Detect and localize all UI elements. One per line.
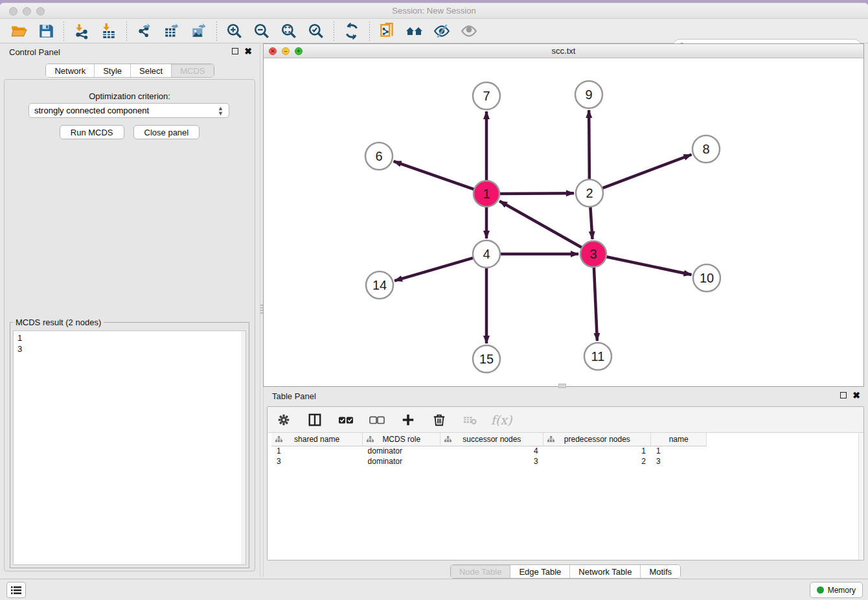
close-panel-button[interactable]: Close panel [133,125,200,139]
task-history-button[interactable] [6,582,26,598]
table-cell[interactable]: 4 [440,446,543,456]
import-network-icon[interactable] [72,21,91,41]
toolbar-separator [369,21,370,41]
table-cell[interactable]: 3 [440,456,543,467]
table-cell[interactable]: 2 [543,456,651,467]
node-label-1: 1 [483,187,490,201]
mcds-result-groupbox: MCDS result (2 nodes) 13 [10,322,249,568]
optimization-criterion-dropdown[interactable]: strongly connected component ▲▼ [29,103,229,118]
refresh-layout-icon[interactable] [342,21,361,41]
result-scrollbar[interactable] [241,331,246,564]
edge-3-11[interactable] [594,266,597,341]
float-panel-icon[interactable] [232,48,238,54]
mcds-result-textarea[interactable]: 13 [13,330,246,565]
column-header-predecessor-nodes[interactable]: predecessor nodes [543,433,651,446]
toolbar-separator [334,21,334,41]
run-mcds-button[interactable]: Run MCDS [60,125,124,139]
table-cell[interactable]: dominator [363,456,440,467]
table-panel-tabs: Node TableEdge TableNetwork TableMotifs [450,564,681,579]
columns-icon[interactable] [306,411,323,428]
delete-table-icon [462,411,479,428]
zoom-selected-icon[interactable] [306,21,326,41]
tab-mcds[interactable]: MCDS [172,64,213,77]
show-all-icon[interactable] [459,21,479,41]
column-header-shared-name[interactable]: shared name [271,433,363,446]
table-row[interactable]: 3dominator323 [271,456,707,467]
tab-network-table[interactable]: Network Table [570,565,641,578]
list-icon [11,586,21,595]
toolbar-separator [216,21,217,41]
column-header-MCDS-role[interactable]: MCDS role [363,433,440,446]
float-panel-icon[interactable] [840,392,847,398]
deselect-all-columns-icon[interactable] [369,411,385,428]
function-builder-icon: f(x) [493,411,510,428]
zoom-in-icon[interactable] [225,21,244,41]
open-session-icon[interactable] [9,21,29,41]
hierarchy-icon [547,436,554,443]
edge-4-14[interactable] [394,258,474,281]
network-window-title: scc.txt [264,46,863,56]
duplicate-network-icon[interactable] [378,21,397,41]
table-toolbar: f(x) [268,407,863,433]
table-cell[interactable]: dominator [363,446,440,456]
optimization-criterion-label: Optimization criterion: [5,91,255,101]
select-all-columns-icon[interactable] [337,411,354,428]
node-label-7: 7 [483,89,490,103]
hierarchy-icon [444,436,451,443]
column-header-successor-nodes[interactable]: successor nodes [440,433,543,446]
tab-style[interactable]: Style [95,64,131,77]
table-cell[interactable]: 1 [271,446,363,456]
node-label-15: 15 [479,352,494,366]
table-cell[interactable]: 1 [543,446,651,456]
network-view-window: ✕ – + scc.txt 1234678910111415 [263,43,864,387]
first-neighbors-icon[interactable] [405,21,424,41]
table-header-row: shared nameMCDS rolesuccessor nodesprede… [271,433,707,446]
table-panel: Table Panel ✖ [263,388,868,579]
window-title: Session: New Session [0,6,868,16]
edge-3-10[interactable] [606,257,692,275]
edge-1-6[interactable] [394,161,475,190]
hide-selected-icon[interactable] [432,21,451,41]
network-graph[interactable]: 1234678910111415 [264,58,863,386]
tab-select[interactable]: Select [131,64,172,77]
tab-network[interactable]: Network [46,64,95,77]
export-image-icon[interactable] [189,21,209,41]
edge-2-8[interactable] [602,154,692,188]
mcds-tab-content: Optimization criterion: strongly connect… [4,79,255,571]
table-cell[interactable]: 3 [651,456,707,467]
memory-button[interactable]: Memory [810,582,863,598]
network-canvas[interactable]: 1234678910111415 [264,58,863,386]
export-network-icon[interactable] [135,21,154,41]
table-cell[interactable]: 3 [271,456,363,467]
tab-node-table[interactable]: Node Table [451,565,511,578]
hierarchy-icon [367,436,374,443]
gear-icon[interactable] [275,411,292,428]
save-session-icon[interactable] [36,21,56,41]
chevron-updown-icon: ▲▼ [218,106,223,116]
export-table-icon[interactable] [162,21,181,41]
delete-column-icon[interactable] [431,411,448,428]
table-row[interactable]: 1dominator411 [271,446,707,456]
node-table-container: f(x) shared nameMCDS rolesuccessor nodes… [267,406,864,560]
node-label-14: 14 [372,278,387,292]
node-table[interactable]: shared nameMCDS rolesuccessor nodesprede… [271,433,707,467]
close-panel-icon[interactable]: ✖ [852,392,860,398]
result-line: 1 [17,332,242,343]
node-label-3: 3 [589,247,597,261]
edge-1-2[interactable] [499,193,574,194]
import-table-icon[interactable] [99,21,119,41]
zoom-fit-icon[interactable] [279,21,299,41]
network-window-resize-grip[interactable] [558,384,566,388]
column-header-name[interactable]: name [651,433,707,446]
edge-2-9[interactable] [589,110,589,180]
add-column-icon[interactable] [400,411,417,428]
tab-motifs[interactable]: Motifs [641,565,680,578]
edge-3-1[interactable] [499,201,582,248]
edge-2-3[interactable] [590,206,592,239]
table-cell[interactable]: 1 [651,446,707,456]
node-label-9: 9 [585,87,592,102]
tab-edge-table[interactable]: Edge Table [510,565,570,578]
table-scrollbar[interactable] [858,433,863,560]
close-panel-icon[interactable]: ✖ [244,48,252,54]
zoom-out-icon[interactable] [252,21,271,41]
